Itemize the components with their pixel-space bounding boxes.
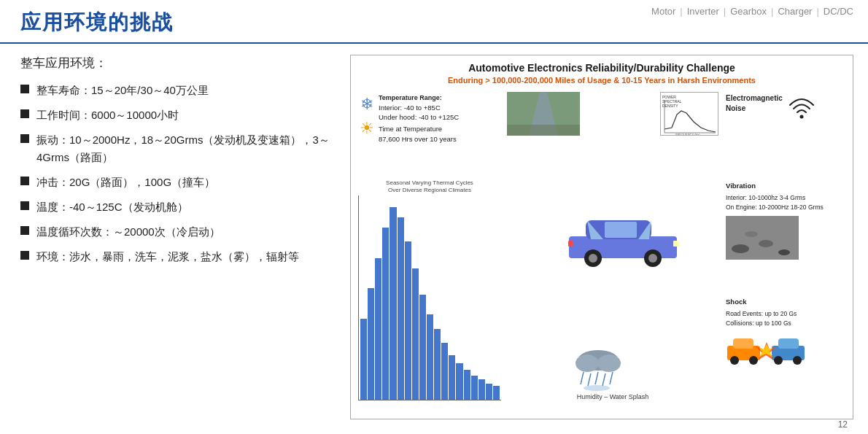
page-number: 12	[838, 419, 848, 430]
shock-cell: Shock Road Events: up to 20 Gs Collision…	[723, 294, 847, 402]
sep-1: |	[680, 6, 682, 17]
bar-chart-cell: Seasonal Varying Thermal Cycles Over Div…	[357, 178, 503, 403]
temp-time-label: Time at Temperature	[379, 124, 459, 133]
bar	[427, 314, 433, 400]
bar	[493, 386, 500, 400]
bullet-text: 环境：涉水，暴雨，洗车，泥浆，盐水（雾），辐射等	[36, 248, 341, 266]
bullet-icon	[20, 109, 29, 118]
road-cell: POWER SPECTRAL DENSITY FREQUENCY (Hz)	[505, 90, 720, 174]
list-item: 温度循环次数：～20000次（冷启动）	[20, 223, 341, 241]
diagram-grid: ❄ ☀ Temperature Range: Interior: -40 to …	[357, 90, 847, 402]
bar	[486, 384, 492, 400]
bar	[375, 258, 381, 400]
nav-charger[interactable]: Charger	[778, 6, 812, 17]
bullet-text: 温度循环次数：～20000次（冷启动）	[36, 223, 341, 241]
svg-point-41	[774, 356, 783, 365]
svg-text:FREQUENCY (Hz): FREQUENCY (Hz)	[675, 133, 700, 136]
wifi-icon	[787, 93, 816, 130]
list-item: 整车寿命：15～20年/30～40万公里	[20, 82, 341, 99]
svg-point-9	[799, 115, 803, 119]
bar	[449, 355, 455, 400]
road-image	[507, 92, 580, 136]
svg-point-18	[648, 254, 657, 263]
bar	[390, 207, 396, 400]
bar	[398, 217, 404, 400]
emi-title: Electromagnetic	[726, 93, 783, 104]
bar	[471, 376, 478, 400]
emi-text: Electromagnetic Noise	[726, 93, 783, 114]
rough-road-img	[726, 216, 844, 260]
bar	[419, 295, 426, 400]
svg-rect-2	[507, 125, 580, 136]
freq-chart: POWER SPECTRAL DENSITY FREQUENCY (Hz)	[660, 92, 718, 136]
bar	[405, 241, 411, 400]
rough-road-image	[726, 216, 799, 260]
nav-dcdc[interactable]: DC/DC	[824, 6, 853, 17]
car-image	[565, 209, 660, 260]
svg-point-28	[597, 354, 621, 372]
humidity-image	[569, 344, 656, 392]
svg-point-25	[745, 231, 758, 237]
svg-rect-14	[605, 222, 637, 238]
bar	[456, 363, 462, 400]
list-item: 振动：10～2000Hz，18～20Grms（发动机及变速箱），3～4Grms（…	[20, 131, 341, 166]
vib-engine: On Engine: 10-2000Hz 18-20 Grms	[726, 203, 844, 212]
weather-icons: ❄ ☀	[360, 93, 374, 140]
sep-2: |	[724, 6, 726, 17]
bullet-icon	[20, 201, 29, 210]
section-heading: 整车应用环境：	[20, 55, 341, 71]
temp-underhood: Under hood: -40 to +125C	[379, 112, 459, 122]
svg-rect-36	[733, 338, 753, 349]
bullet-list: 整车寿命：15～20年/30～40万公里 工作时间：6000～10000小时 振…	[20, 82, 341, 266]
svg-point-22	[732, 244, 749, 253]
vib-title: Vibration	[726, 181, 844, 191]
shock-collision: Collisions: up to 100 Gs	[726, 319, 844, 328]
bullet-text: 温度：-40～125C（发动机舱）	[36, 198, 341, 216]
nav-inverter[interactable]: Inverter	[687, 6, 719, 17]
bullet-text: 工作时间：6000～10000小时	[36, 106, 341, 124]
svg-line-33	[610, 372, 613, 384]
bullet-icon	[20, 226, 29, 235]
crash-image	[726, 331, 806, 371]
diagram-subtitle: Enduring > 100,000-200,000 Miles of Usag…	[357, 76, 847, 85]
car-cell	[505, 178, 720, 291]
emi-cell: Electromagnetic Noise	[723, 90, 847, 174]
list-item: 冲击：20G（路面），100G（撞车）	[20, 174, 341, 191]
svg-point-34	[584, 385, 610, 391]
svg-point-24	[778, 249, 790, 255]
bullet-text: 冲击：20G（路面），100G（撞车）	[36, 174, 341, 191]
title-divider	[0, 42, 868, 44]
bullet-text: 振动：10～2000Hz，18～20Grms（发动机及变速箱），3～4Grms（…	[36, 131, 341, 166]
nav-gearbox[interactable]: Gearbox	[730, 6, 767, 17]
temp-cell: ❄ ☀ Temperature Range: Interior: -40 to …	[357, 90, 503, 174]
svg-rect-19	[673, 241, 679, 247]
svg-point-37	[730, 356, 739, 365]
bar	[368, 288, 374, 400]
thermal-subtitle: Over Diverse Regional Climates	[358, 187, 501, 194]
bullet-icon	[20, 85, 29, 93]
nav-motor[interactable]: Motor	[651, 6, 675, 17]
vib-interior: Interior: 10-1000hz 3-4 Grms	[726, 193, 844, 203]
temp-range-label: Temperature Range:	[379, 93, 459, 103]
shock-road: Road Events: up to 20 Gs	[726, 309, 844, 319]
sep-3: |	[771, 6, 773, 17]
list-item: 环境：涉水，暴雨，洗车，泥浆，盐水（雾），辐射等	[20, 248, 341, 266]
list-item: 工作时间：6000～10000小时	[20, 106, 341, 124]
temp-interior: Interior: -40 to +85C	[379, 103, 459, 112]
bar	[412, 268, 419, 400]
svg-point-38	[749, 356, 758, 365]
bar-chart	[358, 195, 501, 400]
page-title: 应用环境的挑战	[20, 9, 174, 36]
diagram-title: Automotive Electronics Reliability/Durab…	[357, 61, 847, 74]
svg-point-16	[589, 254, 597, 263]
top-nav: Motor | Inverter | Gearbox | Charger | D…	[651, 6, 853, 17]
chart-label: Seasonal Varying Thermal Cycles Over Div…	[358, 179, 501, 195]
bar	[382, 228, 389, 400]
bullet-text: 整车寿命：15～20年/30～40万公里	[36, 82, 341, 99]
bar	[360, 319, 367, 400]
left-section: 整车应用环境： 整车寿命：15～20年/30～40万公里 工作时间：6000～1…	[20, 55, 341, 273]
list-item: 温度：-40～125C（发动机舱）	[20, 198, 341, 216]
snowflake-icon: ❄	[360, 93, 373, 116]
svg-rect-40	[778, 338, 799, 349]
shock-title: Shock	[726, 297, 844, 307]
